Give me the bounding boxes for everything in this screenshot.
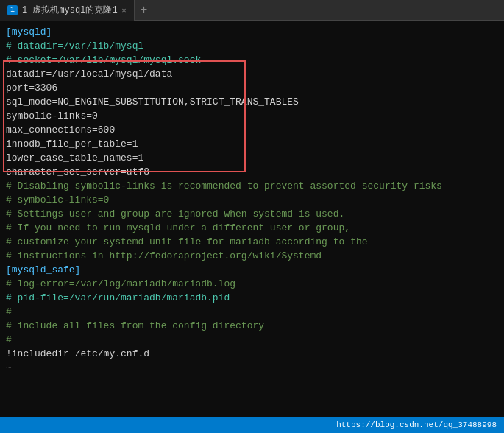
code-line: #: [6, 333, 498, 347]
code-line: # If you need to run mysqld under a diff…: [6, 221, 498, 235]
code-line: # symbolic-links=0: [6, 193, 498, 207]
code-line: # pid-file=/var/run/mariadb/mariadb.pid: [6, 291, 498, 305]
code-line: sql_mode=NO_ENGINE_SUBSTITUTION,STRICT_T…: [6, 95, 498, 109]
code-line: [mysqld_safe]: [6, 263, 498, 277]
code-line: [mysqld]: [6, 25, 498, 39]
code-line: # customize your systemd unit file for m…: [6, 235, 498, 249]
code-line: #: [6, 305, 498, 319]
code-line: # datadir=/var/lib/mysql: [6, 39, 498, 53]
code-line: max_connections=600: [6, 123, 498, 137]
editor-area: [mysqld]# datadir=/var/lib/mysql# socket…: [0, 21, 504, 417]
code-line: character_set_server=utf8: [6, 165, 498, 179]
tab-icon: 1: [7, 5, 18, 15]
tab-label: 1 虚拟机mysql的克隆1: [22, 4, 118, 16]
code-line: symbolic-links=0: [6, 109, 498, 123]
code-line: ~: [6, 361, 498, 375]
new-tab-button[interactable]: +: [135, 4, 154, 17]
code-lines: [mysqld]# datadir=/var/lib/mysql# socket…: [6, 25, 498, 375]
editor-tab[interactable]: 1 1 虚拟机mysql的克隆1 ✕: [0, 0, 135, 21]
code-line: # Disabling symbolic-links is recommende…: [6, 179, 498, 193]
statusbar: https://blog.csdn.net/qq_37488998: [0, 417, 504, 433]
code-line: innodb_file_per_table=1: [6, 137, 498, 151]
code-line: # log-error=/var/log/mariadb/mariadb.log: [6, 277, 498, 291]
code-line: datadir=/usr/local/mysql/data: [6, 67, 498, 81]
tab-close-button[interactable]: ✕: [122, 6, 127, 15]
code-line: # socket=/var/lib/mysql/mysql.sock: [6, 53, 498, 67]
code-line: # Settings user and group are ignored wh…: [6, 207, 498, 221]
code-line: # instructions in http://fedoraproject.o…: [6, 249, 498, 263]
code-line: !includedir /etc/my.cnf.d: [6, 347, 498, 361]
code-line: lower_case_table_names=1: [6, 151, 498, 165]
status-url: https://blog.csdn.net/qq_37488998: [336, 420, 497, 429]
code-line: port=3306: [6, 81, 498, 95]
titlebar: 1 1 虚拟机mysql的克隆1 ✕ +: [0, 0, 504, 21]
code-line: # include all files from the config dire…: [6, 319, 498, 333]
